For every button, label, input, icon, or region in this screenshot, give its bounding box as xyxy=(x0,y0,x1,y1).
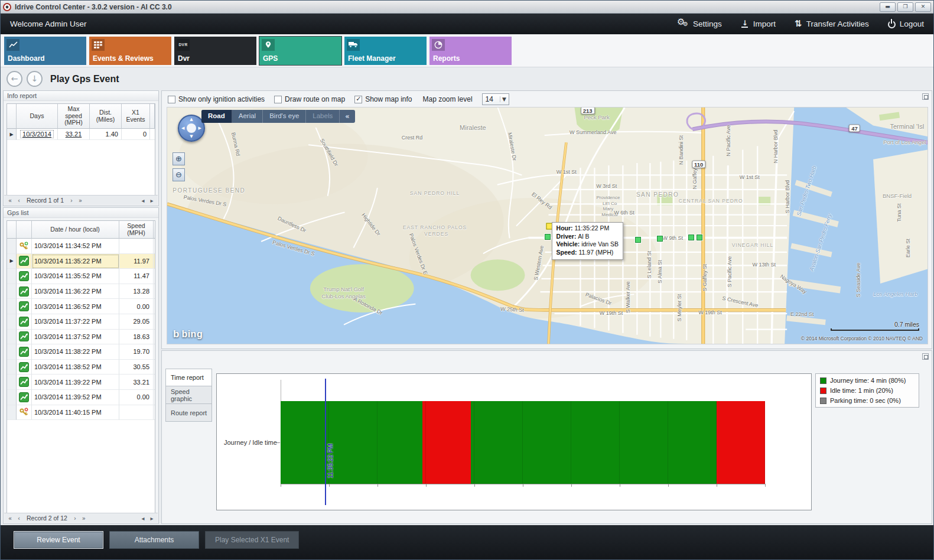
map-panel-collapse-button[interactable] xyxy=(922,93,929,100)
gps-row[interactable]: 10/3/2014 11:34:52 PM xyxy=(7,239,155,254)
col-speed[interactable]: Speed (MPH) xyxy=(119,221,154,239)
chart-panel-collapse-button[interactable] xyxy=(922,353,929,360)
attachments-button[interactable]: Attachments xyxy=(109,531,199,549)
col-date-hour[interactable]: Date / hour (local) xyxy=(32,221,119,239)
pie-chart-icon xyxy=(432,39,445,51)
minimize-button[interactable]: ▬ xyxy=(880,2,896,12)
pager-prev-button[interactable]: ‹ xyxy=(15,197,22,204)
info-report-header: Days Max speed (MPH) Dist. (Miles) X1 Ev… xyxy=(7,104,155,129)
chart-panel: Time reportSpeed graphicRoute report Jou… xyxy=(161,350,932,524)
gps-list-grid: Date / hour (local) Speed (MPH) 10/3/201… xyxy=(6,220,155,513)
gps-point-marker[interactable] xyxy=(688,235,694,240)
map-option-label: Show map info xyxy=(365,95,412,103)
chart-tab-route-report[interactable]: Route report xyxy=(165,404,212,422)
gps-row[interactable]: 10/3/2014 11:38:22 PM19.70 xyxy=(7,344,155,360)
timeline-bar[interactable] xyxy=(281,401,765,484)
tab-fleet-manager[interactable]: Fleet Manager xyxy=(344,37,427,65)
info-report-row[interactable]: ▶10/3/201433.211.400 xyxy=(7,129,155,140)
col-dist[interactable]: Dist. (Miles) xyxy=(90,104,122,129)
power-icon xyxy=(888,21,896,28)
gps-row[interactable]: 10/3/2014 11:37:52 PM18.63 xyxy=(7,330,155,345)
gps-row[interactable]: ▶10/3/2014 11:35:22 PM11.97 xyxy=(7,254,155,269)
tab-events-reviews[interactable]: Events & Reviews xyxy=(89,37,171,65)
pager-prev-button[interactable]: ‹ xyxy=(15,515,22,522)
page-toolbar: ← ↓ Play Gps Event xyxy=(1,67,933,90)
bing-b-icon: b xyxy=(173,328,179,340)
gps-point-marker[interactable] xyxy=(545,234,551,240)
gps-icon xyxy=(19,362,29,372)
gps-row[interactable]: 10/3/2014 11:36:52 PM0.00 xyxy=(7,299,155,314)
map-view-tab-road[interactable]: Road xyxy=(201,110,232,123)
gear-icon: ⚙⚙ xyxy=(677,19,689,29)
tab-reports[interactable]: Reports xyxy=(429,37,512,65)
tab-dvr[interactable]: DVR Dvr xyxy=(174,37,256,65)
logout-button[interactable]: Logout xyxy=(888,19,924,28)
pager-next-button[interactable]: › xyxy=(68,197,75,204)
ignition-on-icon xyxy=(19,241,29,251)
pager-scroll-right[interactable]: ▸ xyxy=(148,197,155,204)
tooltip-line: Vehicle: idrive Van SB xyxy=(557,240,619,249)
tab-dashboard[interactable]: Dashboard xyxy=(4,37,86,65)
review-event-button[interactable]: Review Event xyxy=(14,531,103,549)
map-zoom-out-button[interactable]: ⊖ xyxy=(173,168,185,181)
gps-row[interactable]: 10/3/2014 11:35:52 PM11.47 xyxy=(7,269,155,284)
map-option-checkbox[interactable]: Show only ignition activities xyxy=(168,95,265,103)
gps-icon xyxy=(19,377,29,387)
app-icon xyxy=(3,3,11,11)
legend-swatch xyxy=(820,377,826,384)
pager-next-button[interactable]: › xyxy=(71,515,79,522)
chevron-down-icon: ▼ xyxy=(500,96,509,102)
pager-last-button[interactable]: » xyxy=(80,515,87,522)
map-view-tab-labels[interactable]: Labels xyxy=(306,110,340,123)
pager-text: Record 1 of 1 xyxy=(27,197,64,204)
gps-row[interactable]: 10/3/2014 11:36:22 PM13.28 xyxy=(7,284,155,299)
map-canvas[interactable]: MiralestePeck ParkW Summerland AveCrest … xyxy=(167,107,928,344)
gps-row[interactable]: 10/3/2014 11:39:52 PM0.00 xyxy=(7,390,155,405)
close-button[interactable]: ✕ xyxy=(915,2,931,12)
checkbox-checked-icon xyxy=(354,96,362,103)
dvr-icon: DVR xyxy=(177,39,190,51)
col-x1-events[interactable]: X1 Events xyxy=(122,104,150,129)
map-option-checkbox[interactable]: Show map info xyxy=(354,95,412,103)
import-button[interactable]: ↓ Import xyxy=(741,19,776,28)
expand-down-button[interactable]: ↓ xyxy=(27,71,43,87)
map-options: Show only ignition activitiesDraw route … xyxy=(168,95,412,103)
bing-logo[interactable]: b bing xyxy=(173,328,203,340)
tab-gps[interactable]: GPS xyxy=(259,37,341,65)
legend-entry: Idle time: 1 min (20%) xyxy=(820,387,915,394)
gps-icon xyxy=(19,317,29,327)
chart-tab-time-report[interactable]: Time report xyxy=(165,369,212,386)
gps-row[interactable]: 10/3/2014 11:40:15 PM xyxy=(7,405,155,421)
pager-first-button[interactable]: « xyxy=(6,515,14,522)
gps-point-marker[interactable] xyxy=(657,236,663,242)
col-days[interactable]: Days xyxy=(17,104,58,129)
pager-last-button[interactable]: » xyxy=(77,197,84,204)
welcome-text: Welcome Admin User xyxy=(10,19,87,28)
time-marker-line[interactable] xyxy=(325,379,326,505)
titlebar: Idrive Control Center - 3.0.2 version - … xyxy=(1,1,933,14)
gps-row[interactable]: 10/3/2014 11:38:52 PM30.55 xyxy=(7,360,155,375)
map-view-tab-bird-s-eye[interactable]: Bird's eye xyxy=(263,110,306,123)
gps-row[interactable]: 10/3/2014 11:37:22 PM29.05 xyxy=(7,314,155,330)
map-option-checkbox[interactable]: Draw route on map xyxy=(274,95,345,103)
info-report-panel: Info report Days Max speed (MPH) Dist. (… xyxy=(3,90,159,206)
gps-icon xyxy=(19,347,29,357)
gps-row[interactable]: 10/3/2014 11:39:22 PM33.21 xyxy=(7,375,155,390)
pager-scroll-left[interactable]: ◂ xyxy=(139,515,147,522)
transfer-activities-button[interactable]: ⇅ Transfer Activities xyxy=(795,19,869,28)
col-max-speed[interactable]: Max speed (MPH) xyxy=(58,104,90,129)
pager-scroll-left[interactable]: ◂ xyxy=(139,197,147,204)
map-zoom-in-button[interactable]: ⊕ xyxy=(173,152,185,165)
pager-scroll-right[interactable]: ▸ xyxy=(148,515,155,522)
map-tabs-collapse-button[interactable]: « xyxy=(340,110,354,123)
maximize-button[interactable]: ❐ xyxy=(897,2,913,12)
chart-tab-speed-graphic[interactable]: Speed graphic xyxy=(165,386,212,404)
map-view-tab-aerial[interactable]: Aerial xyxy=(232,110,263,123)
pager-first-button[interactable]: « xyxy=(6,197,14,204)
gps-point-marker[interactable] xyxy=(697,235,702,240)
gps-point-marker[interactable] xyxy=(635,237,641,243)
settings-button[interactable]: ⚙⚙ Settings xyxy=(677,19,722,29)
back-button[interactable]: ← xyxy=(6,71,22,87)
map-zoom-select[interactable]: 14 ▼ xyxy=(482,93,509,105)
checkbox-icon xyxy=(274,96,282,103)
